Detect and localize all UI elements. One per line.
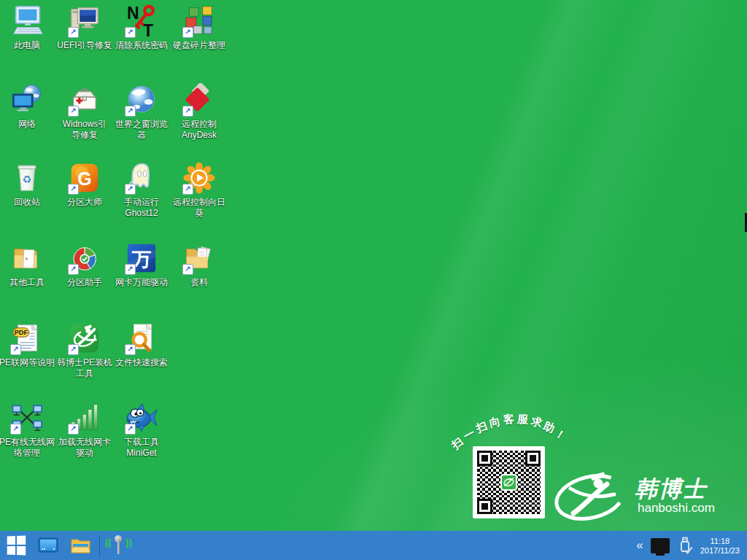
icon-label: 下载工具 MiniGet	[111, 437, 172, 459]
desktop-icon-disk-defrag[interactable]: 硬盘碎片整理	[169, 4, 230, 51]
file-explorer-button[interactable]	[64, 531, 96, 560]
shortcut-arrow-icon	[182, 27, 193, 38]
icon-label: 加载无线网卡 驱动	[54, 437, 115, 459]
desktop-icon-network[interactable]: 网络	[0, 83, 58, 130]
icon-label: Widnows引 导修复	[54, 119, 115, 141]
tray-expand-chevron[interactable]: «	[636, 531, 643, 560]
desktop-icon-partition-master[interactable]: G 分区大师	[54, 161, 115, 208]
desktop-icon-run-ghost12[interactable]: 手动运行 Ghost12	[111, 161, 172, 219]
first-aid-toolbox-icon	[68, 83, 101, 117]
icon-label: 手动运行 Ghost12	[111, 197, 172, 219]
desktop-icon-sunflower-remote[interactable]: 远程控制向日 葵	[169, 161, 230, 219]
usb-tray-icon[interactable]	[677, 536, 693, 555]
anydesk-diamond-icon	[182, 83, 216, 117]
desktop-icon-uefi-boot-repair[interactable]: UEFI引导修复	[54, 4, 115, 51]
qr-finder-icon	[525, 451, 541, 466]
wireless-tool-button[interactable]	[103, 531, 135, 560]
clock-time: 11:18	[700, 537, 740, 546]
icon-label: UEFI引导修复	[54, 40, 115, 51]
icon-label: 资料	[169, 277, 230, 288]
fish-icon	[125, 401, 158, 435]
desktop-icon-partition-assistant[interactable]: 分区助手	[54, 241, 115, 288]
wan-tile-icon: 万	[125, 241, 158, 275]
folder-door-icon	[10, 241, 44, 275]
file-search-magnifier-icon	[125, 322, 158, 355]
shortcut-arrow-icon	[68, 106, 79, 117]
shortcut-arrow-icon	[10, 424, 21, 435]
shortcut-arrow-icon	[125, 344, 136, 355]
shortcut-arrow-icon	[68, 27, 79, 38]
shortcut-arrow-icon	[68, 344, 79, 355]
start-button[interactable]	[0, 531, 32, 560]
icon-label: 网络	[0, 119, 58, 130]
diskgenius-icon: G	[68, 161, 101, 195]
shortcut-arrow-icon	[125, 264, 136, 275]
svg-text:G: G	[77, 168, 91, 189]
signal-bars-icon	[68, 401, 101, 435]
desktop-icon-recycle-bin[interactable]: ♻ 回收站	[0, 161, 58, 208]
desktop-icon-file-quick-search[interactable]: 文件快速搜索	[111, 322, 172, 368]
shortcut-arrow-icon	[125, 106, 136, 117]
network-topology-icon	[10, 401, 44, 435]
hanboshi-qr-logo-icon	[500, 474, 517, 491]
desktop-icon-windows-boot-repair[interactable]: Widnows引 导修复	[54, 83, 115, 141]
qr-finder-icon	[477, 499, 492, 514]
icon-label: 远程控制向日 葵	[169, 197, 230, 219]
desktop-icon-documents[interactable]: 资料	[169, 241, 230, 288]
desktop-icon-pe-network-readme[interactable]: PDF PE联网等说明	[0, 322, 58, 368]
brand-domain: hanboshi.com	[638, 501, 715, 516]
svg-text:T: T	[143, 21, 153, 38]
icon-label: PE有线无线网 络管理	[0, 437, 58, 459]
svg-text:♻: ♻	[23, 174, 32, 185]
windows-logo-icon	[7, 536, 26, 556]
desktop-icon-wireless-driver-loader[interactable]: 加载无线网卡 驱动	[54, 401, 115, 459]
ghost-icon	[125, 161, 158, 195]
qr-finder-icon	[477, 451, 492, 466]
desktop: 此电脑 UEFI引导修复 NT 清除系统密码 硬盘碎片整理 网络	[0, 0, 747, 560]
desktop-icon-pe-network-manager[interactable]: PE有线无线网 络管理	[0, 401, 58, 459]
desktop-icon-miniget-downloader[interactable]: 下载工具 MiniGet	[111, 401, 172, 459]
desktop-icon-anydesk-remote[interactable]: 远程控制 AnyDesk	[169, 83, 230, 141]
icon-label: 硬盘碎片整理	[169, 40, 230, 51]
uefi-boot-repair-icon	[68, 4, 101, 38]
desktop-icon-this-pc[interactable]: 此电脑	[0, 4, 58, 51]
shortcut-arrow-icon	[68, 264, 79, 275]
shortcut-arrow-icon	[68, 424, 79, 435]
icon-label: PE联网等说明	[0, 357, 58, 368]
display-color-tray-icon[interactable]	[651, 538, 670, 553]
icon-label: 分区大师	[54, 197, 115, 208]
show-desktop-button[interactable]	[32, 531, 64, 560]
shortcut-arrow-icon	[182, 264, 193, 275]
support-qr-code	[473, 446, 545, 518]
brand-name: 韩博士	[635, 474, 707, 505]
folder-documents-icon	[182, 241, 216, 275]
shortcut-arrow-icon	[68, 184, 79, 195]
network-globe-monitor-icon	[10, 83, 44, 117]
desktop-icon-other-tools[interactable]: 其他工具	[0, 241, 58, 288]
icon-label: 清除系统密码	[111, 40, 172, 51]
taskbar: « 11:18 2017/11/23	[0, 531, 747, 560]
shortcut-arrow-icon	[125, 184, 136, 195]
icon-label: 韩博士PE装机 工具	[54, 357, 115, 379]
desktop-icon-nic-universal-driver[interactable]: 万 网卡万能驱动	[111, 241, 172, 288]
taskbar-separator	[99, 535, 100, 556]
defrag-blocks-icon	[182, 4, 216, 38]
hanboshi-brand: 韩博士 hanboshi.com	[553, 467, 740, 524]
svg-text:PDF: PDF	[15, 329, 28, 336]
desktop-icon-clear-system-password[interactable]: NT 清除系统密码	[111, 4, 172, 51]
hanboshi-logo-icon	[553, 471, 627, 521]
antenna-signal-icon	[104, 531, 133, 560]
browser-globe-icon	[125, 83, 158, 117]
desktop-icon-world-window-browser[interactable]: 世界之窗浏览 器	[111, 83, 172, 141]
desktop-icon-hanboshi-pe-installer[interactable]: 韩博士PE装机 工具	[54, 322, 115, 379]
shortcut-arrow-icon	[125, 27, 136, 38]
sunflower-play-icon	[182, 161, 216, 195]
recycle-bin-icon: ♻	[10, 161, 44, 195]
taskbar-clock[interactable]: 11:18 2017/11/23	[700, 535, 740, 556]
shortcut-arrow-icon	[182, 184, 193, 195]
icon-label: 网卡万能驱动	[111, 277, 172, 288]
icon-label: 此电脑	[0, 40, 58, 51]
shortcut-arrow-icon	[182, 106, 193, 117]
shortcut-arrow-icon	[10, 344, 21, 355]
shortcut-arrow-icon	[125, 424, 136, 435]
